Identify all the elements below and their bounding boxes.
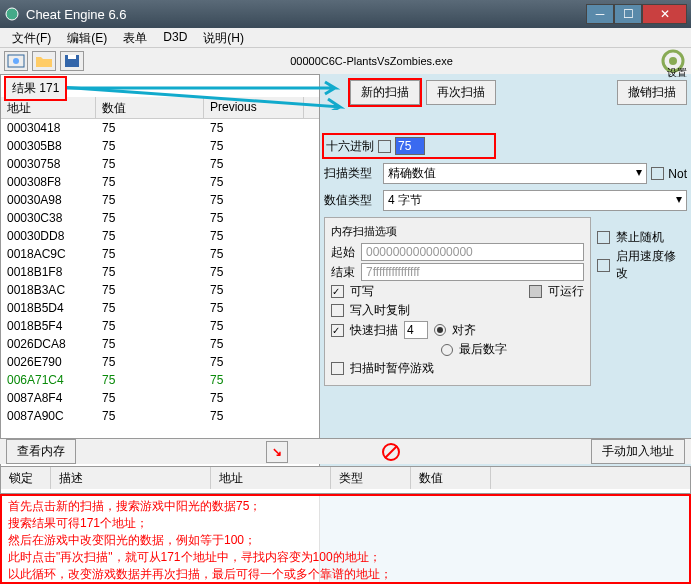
- table-row[interactable]: 0018B1F87575: [1, 263, 319, 281]
- hex-label: 十六进制: [326, 138, 374, 155]
- not-checkbox[interactable]: [651, 167, 664, 180]
- table-row[interactable]: 0018B5F47575: [1, 317, 319, 335]
- scantype-label: 扫描类型: [324, 165, 379, 182]
- speedhack-label: 启用速度修改: [616, 248, 687, 282]
- col-value2[interactable]: 数值: [411, 467, 491, 489]
- svg-line-8: [385, 446, 397, 458]
- col-type[interactable]: 类型: [331, 467, 411, 489]
- col-desc[interactable]: 描述: [51, 467, 211, 489]
- next-scan-button[interactable]: 再次扫描: [426, 80, 496, 105]
- titlebar: Cheat Engine 6.6 ─ ☐ ✕: [0, 0, 691, 28]
- svg-point-0: [6, 8, 18, 20]
- chevron-down-icon: ▾: [636, 165, 642, 182]
- writable-checkbox[interactable]: [331, 285, 344, 298]
- table-row[interactable]: 0026E7907575: [1, 353, 319, 371]
- view-memory-button[interactable]: 查看内存: [6, 439, 76, 464]
- add-manual-button[interactable]: 手动加入地址: [591, 439, 685, 464]
- scantype-select[interactable]: 精确数值▾: [383, 163, 647, 184]
- table-row[interactable]: 000304187575: [1, 119, 319, 137]
- annotation-text: 首先点击新的扫描，搜索游戏中阳光的数据75； 搜索结果可得171个地址； 然后在…: [0, 494, 691, 584]
- menu-d3d[interactable]: D3D: [155, 28, 195, 47]
- app-icon: [4, 6, 20, 22]
- end-label: 结束: [331, 264, 355, 281]
- fastscan-checkbox[interactable]: [331, 324, 344, 337]
- scan-value-input[interactable]: [395, 137, 425, 155]
- table-row[interactable]: 0018AC9C7575: [1, 245, 319, 263]
- fastscan-value[interactable]: [404, 321, 428, 339]
- col-addr2[interactable]: 地址: [211, 467, 331, 489]
- start-input[interactable]: [361, 243, 584, 261]
- table-row[interactable]: 0026DCA87575: [1, 335, 319, 353]
- table-row[interactable]: 0087A90C7575: [1, 407, 319, 425]
- new-scan-button[interactable]: 新的扫描: [350, 80, 420, 105]
- table-row[interactable]: 0087A8F47575: [1, 389, 319, 407]
- svg-point-2: [13, 58, 19, 64]
- valtype-label: 数值类型: [324, 192, 379, 209]
- menu-help[interactable]: 说明(H): [195, 28, 252, 47]
- menu-table[interactable]: 表单: [115, 28, 155, 47]
- save-button[interactable]: [60, 51, 84, 71]
- open-process-button[interactable]: [4, 51, 28, 71]
- col-lock[interactable]: 锁定: [1, 467, 51, 489]
- start-label: 起始: [331, 244, 355, 261]
- table-row[interactable]: 00030DD87575: [1, 227, 319, 245]
- cow-checkbox[interactable]: [331, 304, 344, 317]
- valtype-select[interactable]: 4 字节▾: [383, 190, 687, 211]
- fastscan-label: 快速扫描: [350, 322, 398, 339]
- annotation-arrow-2: [60, 85, 345, 110]
- table-row[interactable]: 006A71C47575: [1, 371, 319, 389]
- speedhack-checkbox[interactable]: [597, 259, 610, 272]
- memopt-title: 内存扫描选项: [331, 224, 584, 239]
- open-file-button[interactable]: [32, 51, 56, 71]
- menubar: 文件(F) 编辑(E) 表单 D3D 说明(H): [0, 28, 691, 48]
- menu-file[interactable]: 文件(F): [4, 28, 59, 47]
- lastdigit-label: 最后数字: [459, 341, 507, 358]
- window-title: Cheat Engine 6.6: [26, 7, 586, 22]
- toolbar: 00000C6C-PlantsVsZombies.exe: [0, 48, 691, 74]
- lastdigit-radio[interactable]: [441, 344, 453, 356]
- pause-checkbox[interactable]: [331, 362, 344, 375]
- pause-label: 扫描时暂停游戏: [350, 360, 434, 377]
- table-row[interactable]: 0018B3AC7575: [1, 281, 319, 299]
- norandom-label: 禁止随机: [616, 229, 664, 246]
- table-row[interactable]: 00030C387575: [1, 209, 319, 227]
- value-input-group: 十六进制: [324, 135, 494, 157]
- executable-label: 可运行: [548, 283, 584, 300]
- table-row[interactable]: 000305B87575: [1, 137, 319, 155]
- writable-label: 可写: [350, 283, 374, 300]
- process-name: 00000C6C-PlantsVsZombies.exe: [88, 55, 655, 67]
- align-radio[interactable]: [434, 324, 446, 336]
- maximize-button[interactable]: ☐: [614, 4, 642, 24]
- address-table: 锁定 描述 地址 类型 数值: [0, 466, 691, 494]
- chevron-down-icon: ▾: [676, 192, 682, 209]
- hex-checkbox[interactable]: [378, 140, 391, 153]
- table-row[interactable]: 000307587575: [1, 155, 319, 173]
- align-label: 对齐: [452, 322, 476, 339]
- table-row[interactable]: 000308F87575: [1, 173, 319, 191]
- add-address-icon[interactable]: ↘: [266, 441, 288, 463]
- minimize-button[interactable]: ─: [586, 4, 614, 24]
- svg-point-6: [669, 57, 677, 65]
- norandom-checkbox[interactable]: [597, 231, 610, 244]
- table-row[interactable]: 00030A987575: [1, 191, 319, 209]
- not-label: Not: [668, 167, 687, 181]
- no-sign-icon[interactable]: [380, 441, 402, 463]
- menu-edit[interactable]: 编辑(E): [59, 28, 115, 47]
- executable-checkbox[interactable]: [529, 285, 542, 298]
- table-row[interactable]: 0018B5D47575: [1, 299, 319, 317]
- results-count: 结果 171: [4, 76, 67, 101]
- memory-scan-options: 内存扫描选项 起始 结束 可写 可运行 写入时复制 快速扫描 对齐 最后数字 扫…: [324, 217, 591, 386]
- end-input[interactable]: [361, 263, 584, 281]
- bottom-toolbar: 查看内存 ↘ 手动加入地址: [0, 438, 691, 464]
- cow-label: 写入时复制: [350, 302, 410, 319]
- svg-rect-4: [68, 55, 76, 59]
- undo-scan-button[interactable]: 撤销扫描: [617, 80, 687, 105]
- close-button[interactable]: ✕: [642, 4, 687, 24]
